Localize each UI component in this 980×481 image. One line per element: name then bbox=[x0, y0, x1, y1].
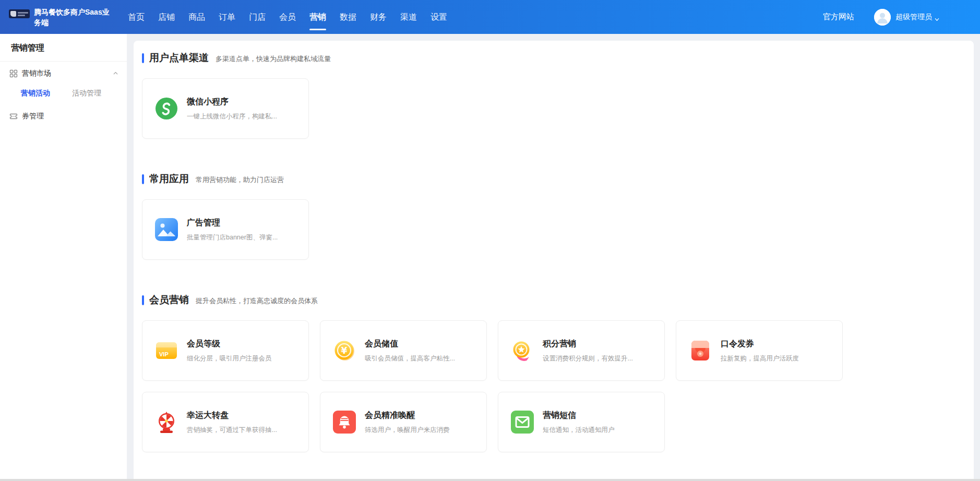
card-title: 会员储值 bbox=[365, 339, 455, 350]
lucky-wheel-icon bbox=[155, 411, 178, 434]
wechat-mini-program-icon bbox=[155, 97, 178, 120]
card-grid: VIP会员等级细化分层，吸引用户注册会员¥会员储值吸引会员储值，提高客户粘性..… bbox=[142, 320, 844, 452]
card-grid: 微信小程序一键上线微信小程序，构建私... bbox=[142, 78, 844, 139]
app-logo-icon bbox=[9, 9, 30, 18]
section-accent-bar bbox=[142, 53, 144, 63]
section-header: 会员营销提升会员粘性，打造高忠诚度的会员体系 bbox=[142, 293, 965, 307]
card-description: 营销抽奖，可通过下单获得抽... bbox=[187, 426, 277, 435]
topnav-item-7[interactable]: 营销 bbox=[309, 0, 326, 34]
user-avatar-icon bbox=[874, 9, 891, 26]
grid-icon bbox=[9, 69, 18, 78]
section-subtitle: 提升会员粘性，打造高忠诚度的会员体系 bbox=[196, 296, 318, 306]
section-1: 用户点单渠道多渠道点单，快速为品牌构建私域流量微信小程序一键上线微信小程序，构建… bbox=[142, 51, 965, 139]
topnav-item-3[interactable]: 商品 bbox=[188, 0, 205, 34]
username-label: 超级管理员 bbox=[895, 13, 932, 22]
card-title: 幸运大转盘 bbox=[187, 410, 277, 421]
top-navbar: 腾马餐饮多商户Saas业务端 首页店铺商品订单门店会员营销数据财务渠道设置 官方… bbox=[0, 0, 980, 34]
sidebar-group-1[interactable]: 营销市场 bbox=[0, 62, 127, 86]
topnav-item-2[interactable]: 店铺 bbox=[158, 0, 175, 34]
section-header: 常用应用常用营销功能，助力门店运营 bbox=[142, 172, 965, 186]
main-panel: 用户点单渠道多渠道点单，快速为品牌构建私域流量微信小程序一键上线微信小程序，构建… bbox=[134, 41, 974, 481]
topnav-item-10[interactable]: 渠道 bbox=[400, 0, 417, 34]
card-title: 微信小程序 bbox=[187, 97, 277, 107]
section-title: 用户点单渠道 bbox=[149, 51, 209, 65]
topnav-item-4[interactable]: 订单 bbox=[219, 0, 235, 34]
topnav-item-11[interactable]: 设置 bbox=[431, 0, 447, 34]
app-card-3-4[interactable]: 口令发券拉新复购，提高用户活跃度 bbox=[676, 320, 843, 381]
card-grid: 广告管理批量管理门店banner图、弹窗... bbox=[142, 199, 844, 260]
official-website-link[interactable]: 官方网站 bbox=[823, 12, 854, 22]
svg-text:¥: ¥ bbox=[341, 345, 348, 356]
vip-level-icon: VIP bbox=[155, 339, 178, 362]
sidebar-group-label: 券管理 bbox=[22, 112, 118, 121]
card-description: 细化分层，吸引用户注册会员 bbox=[187, 354, 272, 363]
card-description: 拉新复购，提高用户活跃度 bbox=[721, 354, 799, 363]
topnav-item-1[interactable]: 首页 bbox=[128, 0, 145, 34]
card-title: 积分营销 bbox=[543, 339, 633, 350]
card-description: 筛选用户，唤醒用户来店消费 bbox=[365, 426, 450, 435]
ad-management-icon bbox=[155, 218, 178, 241]
app-card-3-2[interactable]: ¥会员储值吸引会员储值，提高客户粘性... bbox=[320, 320, 487, 381]
app-card-3-3[interactable]: 积分营销设置消费积分规则，有效提升... bbox=[498, 320, 665, 381]
app-card-3-7[interactable]: 营销短信短信通知，活动通知用户 bbox=[498, 392, 665, 452]
chevron-up-icon bbox=[113, 69, 118, 78]
section-title: 常用应用 bbox=[149, 172, 189, 186]
section-accent-bar bbox=[142, 295, 144, 305]
topnav-item-5[interactable]: 门店 bbox=[249, 0, 266, 34]
password-coupon-icon bbox=[689, 339, 712, 362]
section-3: 会员营销提升会员粘性，打造高忠诚度的会员体系VIP会员等级细化分层，吸引用户注册… bbox=[142, 293, 965, 452]
brand-title: 腾马餐饮多商户Saas业务端 bbox=[34, 7, 111, 28]
sms-marketing-icon bbox=[511, 411, 534, 434]
sidebar-subitem-1-2[interactable]: 活动管理 bbox=[72, 89, 101, 98]
sidebar: 营销管理 营销市场营销活动活动管理券管理 bbox=[0, 34, 127, 479]
horizontal-scrollbar-track[interactable] bbox=[0, 479, 980, 481]
section-2: 常用应用常用营销功能，助力门店运营广告管理批量管理门店banner图、弹窗... bbox=[142, 172, 965, 260]
section-title: 会员营销 bbox=[149, 293, 189, 307]
card-description: 一键上线微信小程序，构建私... bbox=[187, 112, 277, 121]
user-menu[interactable]: 超级管理员 bbox=[874, 9, 939, 26]
sidebar-title: 营销管理 bbox=[0, 34, 127, 61]
section-header: 用户点单渠道多渠道点单，快速为品牌构建私域流量 bbox=[142, 51, 965, 65]
sidebar-group-label: 营销市场 bbox=[22, 69, 113, 78]
brand[interactable]: 腾马餐饮多商户Saas业务端 bbox=[9, 7, 111, 28]
chevron-down-icon bbox=[935, 15, 939, 19]
stored-value-icon: ¥ bbox=[333, 339, 356, 362]
card-title: 营销短信 bbox=[543, 410, 615, 421]
topnav-item-9[interactable]: 财务 bbox=[370, 0, 387, 34]
card-title: 会员精准唤醒 bbox=[365, 410, 450, 421]
card-description: 设置消费积分规则，有效提升... bbox=[543, 354, 633, 363]
main-content-area: 用户点单渠道多渠道点单，快速为品牌构建私域流量微信小程序一键上线微信小程序，构建… bbox=[127, 34, 980, 481]
card-title: 会员等级 bbox=[187, 339, 272, 350]
app-card-3-6[interactable]: 会员精准唤醒筛选用户，唤醒用户来店消费 bbox=[320, 392, 487, 452]
svg-text:VIP: VIP bbox=[159, 351, 169, 357]
points-marketing-icon bbox=[511, 339, 534, 362]
topnav-item-8[interactable]: 数据 bbox=[340, 0, 356, 34]
top-nav-menu: 首页店铺商品订单门店会员营销数据财务渠道设置 bbox=[128, 0, 447, 34]
section-accent-bar bbox=[142, 174, 144, 184]
topnav-item-6[interactable]: 会员 bbox=[279, 0, 296, 34]
app-card-3-5[interactable]: 幸运大转盘营销抽奖，可通过下单获得抽... bbox=[142, 392, 309, 452]
app-card-3-1[interactable]: VIP会员等级细化分层，吸引用户注册会员 bbox=[142, 320, 309, 381]
app-card-2-1[interactable]: 广告管理批量管理门店banner图、弹窗... bbox=[142, 199, 309, 260]
card-description: 批量管理门店banner图、弹窗... bbox=[187, 233, 278, 242]
section-subtitle: 常用营销功能，助力门店运营 bbox=[196, 175, 284, 185]
card-title: 广告管理 bbox=[187, 218, 278, 229]
card-description: 吸引会员储值，提高客户粘性... bbox=[365, 354, 455, 363]
card-title: 口令发券 bbox=[721, 339, 799, 350]
coupon-ticket-icon bbox=[9, 112, 18, 121]
app-card-1-1[interactable]: 微信小程序一键上线微信小程序，构建私... bbox=[142, 78, 309, 139]
sidebar-group-2[interactable]: 券管理 bbox=[0, 104, 127, 128]
sidebar-subitem-1-1[interactable]: 营销活动 bbox=[21, 89, 50, 98]
card-description: 短信通知，活动通知用户 bbox=[543, 426, 615, 435]
section-subtitle: 多渠道点单，快速为品牌构建私域流量 bbox=[216, 54, 331, 64]
member-wakeup-icon bbox=[333, 411, 356, 434]
